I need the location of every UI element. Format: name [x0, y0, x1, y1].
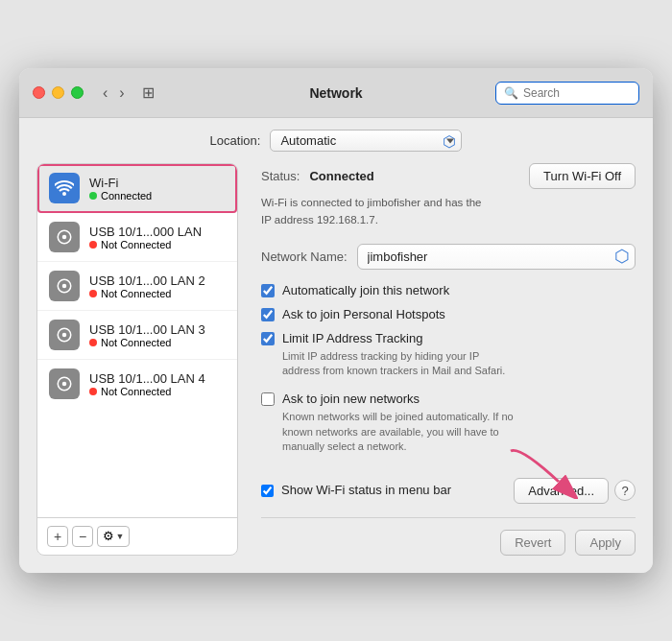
sidebar: Wi-Fi Connected USB 10/1...000 LAN	[36, 163, 238, 555]
sidebar-item-usb3[interactable]: USB 10/1...00 LAN 3 Not Connected	[37, 311, 237, 360]
usb2-icon	[49, 271, 80, 301]
sidebar-item-usb2-text: USB 10/1...00 LAN 2 Not Connected	[89, 273, 205, 299]
status-dot-red-4	[89, 388, 97, 395]
limit-ip-row: Limit IP Address Tracking Limit IP addre…	[261, 331, 636, 379]
status-row: Status: Connected Turn Wi-Fi Off	[261, 163, 636, 189]
network-gear-button[interactable]: ⚙ ▼	[97, 526, 130, 547]
turn-wifi-button[interactable]: Turn Wi-Fi Off	[529, 163, 636, 189]
search-input[interactable]	[523, 86, 631, 100]
main-content: Wi-Fi Connected USB 10/1...000 LAN	[19, 163, 653, 572]
network-name-row: Network Name: jimbofisher Other Network.…	[261, 244, 636, 270]
limit-ip-label[interactable]: Limit IP Address Tracking	[282, 331, 422, 345]
sidebar-item-usb1[interactable]: USB 10/1...000 LAN Not Connected	[37, 213, 237, 262]
sidebar-item-usb4[interactable]: USB 10/1...00 LAN 4 Not Connected	[37, 360, 237, 408]
status-description: Wi-Fi is connected to jimbofisher and ha…	[261, 195, 636, 228]
sidebar-item-usb1-name: USB 10/1...000 LAN	[89, 225, 202, 239]
limit-ip-checkbox[interactable]	[261, 332, 275, 345]
forward-button[interactable]: ›	[115, 83, 128, 104]
wifi-icon	[49, 173, 80, 203]
join-new-row: Ask to join new networks Known networks …	[261, 392, 636, 454]
status-dot-red-1	[89, 241, 97, 249]
usb3-icon	[49, 320, 80, 350]
svg-point-7	[62, 382, 67, 387]
zoom-button[interactable]	[71, 86, 84, 99]
sidebar-item-wifi-status: Connected	[89, 190, 152, 202]
join-new-checkbox[interactable]	[261, 392, 275, 406]
auto-join-checkbox[interactable]	[261, 284, 275, 297]
apply-button[interactable]: Apply	[575, 530, 636, 556]
window-title: Network	[309, 85, 362, 101]
sidebar-item-usb1-status: Not Connected	[89, 239, 202, 250]
join-new-text-wrap: Ask to join new networks Known networks …	[282, 392, 514, 454]
network-name-label: Network Name:	[261, 249, 348, 264]
action-row: Revert Apply	[261, 517, 636, 556]
bottom-options: Show Wi-Fi status in menu bar Advanced..…	[261, 463, 636, 556]
limit-ip-subtext: Limit IP address tracking by hiding your…	[282, 349, 505, 379]
titlebar: ‹ › ⊞ Network 🔍	[19, 68, 653, 118]
traffic-lights	[33, 86, 84, 99]
sidebar-item-usb3-text: USB 10/1...00 LAN 3 Not Connected	[89, 322, 205, 348]
show-wifi-menu-row: Show Wi-Fi status in menu bar Advanced..…	[261, 478, 636, 504]
grid-icon[interactable]: ⊞	[142, 83, 155, 102]
personal-hotspot-checkbox[interactable]	[261, 308, 275, 321]
remove-network-button[interactable]: −	[72, 526, 93, 547]
chevron-down-icon: ▼	[116, 532, 125, 541]
sidebar-item-usb2-status: Not Connected	[89, 288, 205, 299]
location-label: Location:	[210, 133, 261, 148]
sidebar-item-usb3-name: USB 10/1...00 LAN 3	[89, 322, 205, 337]
status-dot-red-3	[89, 339, 97, 346]
auto-join-row: Automatically join this network	[261, 283, 636, 299]
personal-hotspot-row: Ask to join Personal Hotspots	[261, 307, 636, 323]
advanced-button[interactable]: Advanced...	[514, 478, 609, 504]
svg-point-3	[62, 284, 67, 289]
status-label: Status:	[261, 169, 300, 183]
status-dot-red-2	[89, 290, 97, 297]
sidebar-item-wifi[interactable]: Wi-Fi Connected	[37, 164, 237, 213]
svg-point-5	[62, 333, 67, 338]
gear-icon: ⚙	[103, 529, 114, 543]
add-network-button[interactable]: +	[47, 526, 68, 547]
show-wifi-checkbox[interactable]	[261, 485, 274, 497]
personal-hotspot-label[interactable]: Ask to join Personal Hotspots	[282, 307, 445, 323]
sidebar-footer: + − ⚙ ▼	[37, 517, 237, 555]
auto-join-label[interactable]: Automatically join this network	[282, 283, 449, 299]
close-button[interactable]	[33, 86, 45, 99]
sidebar-items: Wi-Fi Connected USB 10/1...000 LAN	[37, 164, 237, 516]
back-button[interactable]: ‹	[99, 83, 111, 104]
sidebar-item-wifi-text: Wi-Fi Connected	[89, 176, 152, 202]
show-wifi-label[interactable]: Show Wi-Fi status in menu bar	[281, 483, 451, 499]
sidebar-item-wifi-name: Wi-Fi	[89, 176, 152, 190]
search-icon: 🔍	[504, 86, 518, 100]
sidebar-item-usb3-status: Not Connected	[89, 337, 205, 348]
join-new-label[interactable]: Ask to join new networks	[282, 392, 420, 406]
network-select-wrap[interactable]: jimbofisher Other Network... ⬡	[357, 244, 636, 270]
search-box[interactable]: 🔍	[495, 82, 639, 105]
svg-point-1	[62, 235, 67, 240]
sidebar-item-usb2-name: USB 10/1...00 LAN 2	[89, 273, 205, 288]
limit-ip-text-wrap: Limit IP Address Tracking Limit IP addre…	[282, 331, 505, 379]
usb1-icon	[49, 222, 80, 252]
status-dot-green	[89, 192, 97, 200]
sidebar-item-usb4-text: USB 10/1...00 LAN 4 Not Connected	[89, 371, 205, 397]
right-panel: Status: Connected Turn Wi-Fi Off Wi-Fi i…	[238, 163, 636, 555]
minimize-button[interactable]	[52, 86, 64, 99]
revert-button[interactable]: Revert	[500, 530, 565, 556]
sidebar-item-usb4-name: USB 10/1...00 LAN 4	[89, 371, 205, 386]
join-new-subtext: Known networks will be joined automatica…	[282, 410, 514, 454]
usb4-icon	[49, 368, 80, 399]
help-button[interactable]: ?	[614, 480, 636, 501]
sidebar-item-usb2[interactable]: USB 10/1...00 LAN 2 Not Connected	[37, 262, 237, 311]
nav-arrows: ‹ ›	[99, 83, 129, 104]
sidebar-item-usb1-text: USB 10/1...000 LAN Not Connected	[89, 225, 202, 250]
location-select-wrap[interactable]: Automatic Edit Locations... ⬡	[270, 130, 462, 152]
network-name-select[interactable]: jimbofisher Other Network...	[357, 244, 636, 270]
location-bar: Location: Automatic Edit Locations... ⬡	[19, 118, 653, 163]
location-select[interactable]: Automatic Edit Locations...	[270, 130, 462, 152]
status-value: Connected	[309, 169, 373, 183]
sidebar-item-usb4-status: Not Connected	[89, 386, 205, 397]
